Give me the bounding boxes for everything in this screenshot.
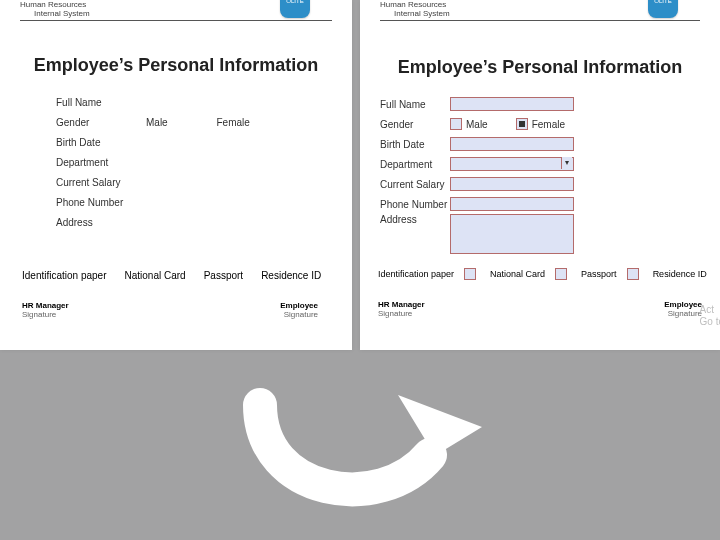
label-address: Address	[56, 217, 146, 228]
fullname-input[interactable]	[450, 97, 574, 111]
sig-hr-label: HR Manager	[22, 301, 69, 310]
sig-emp-sub: Signature	[664, 309, 702, 318]
form-page-interactive: OLITE Human Resources Internal System Em…	[360, 0, 720, 350]
department-select[interactable]	[450, 157, 574, 171]
windows-watermark: Act Go to	[700, 304, 720, 328]
transition-arrow-icon	[0, 350, 720, 540]
page-title: Employee’s Personal Information	[360, 57, 720, 78]
gender-male-text: Male	[146, 117, 168, 128]
idopt-residence-text: Residence ID	[261, 270, 321, 281]
brand-badge: OLITE	[280, 0, 310, 18]
sig-emp-label: Employee	[280, 301, 318, 310]
idopt-national-text: National Card	[490, 269, 545, 279]
phone-input[interactable]	[450, 197, 574, 211]
label-salary: Current Salary	[56, 177, 146, 188]
page-title: Employee’s Personal Information	[0, 55, 352, 76]
label-idpaper: Identification paper	[378, 269, 454, 279]
brand-badge: OLITE	[648, 0, 678, 18]
gender-female-text: Female	[532, 119, 565, 130]
label-department: Department	[56, 157, 146, 168]
gender-female-text: Female	[216, 117, 249, 128]
label-gender: Gender	[56, 117, 146, 128]
sig-hr-label: HR Manager	[378, 300, 425, 309]
gender-female-radio[interactable]	[516, 118, 528, 130]
label-phone: Phone Number	[56, 197, 146, 208]
form-page-plain: OLITE Human Resources Internal System Em…	[0, 0, 352, 350]
header-rule	[20, 20, 332, 21]
gender-male-radio[interactable]	[450, 118, 462, 130]
label-fullname: Full Name	[56, 97, 146, 108]
label-phone: Phone Number	[380, 199, 450, 210]
sig-emp-label: Employee	[664, 300, 702, 309]
sig-emp-sub: Signature	[280, 310, 318, 319]
address-textarea[interactable]	[450, 214, 574, 254]
header-rule	[380, 20, 700, 21]
idopt-national-text: National Card	[125, 270, 186, 281]
idopt-passport-text: Passport	[581, 269, 617, 279]
label-address: Address	[380, 214, 450, 225]
id-national-checkbox[interactable]	[464, 268, 476, 280]
id-passport-checkbox[interactable]	[555, 268, 567, 280]
label-gender: Gender	[380, 119, 450, 130]
sig-hr-sub: Signature	[22, 310, 69, 319]
label-birthdate: Birth Date	[56, 137, 146, 148]
label-fullname: Full Name	[380, 99, 450, 110]
salary-input[interactable]	[450, 177, 574, 191]
birthdate-input[interactable]	[450, 137, 574, 151]
label-department: Department	[380, 159, 450, 170]
idopt-passport-text: Passport	[204, 270, 243, 281]
gender-male-text: Male	[466, 119, 488, 130]
label-birthdate: Birth Date	[380, 139, 450, 150]
id-residence-checkbox[interactable]	[627, 268, 639, 280]
sig-hr-sub: Signature	[378, 309, 425, 318]
idopt-residence-text: Residence ID	[653, 269, 707, 279]
label-salary: Current Salary	[380, 179, 450, 190]
label-idpaper: Identification paper	[22, 270, 107, 281]
